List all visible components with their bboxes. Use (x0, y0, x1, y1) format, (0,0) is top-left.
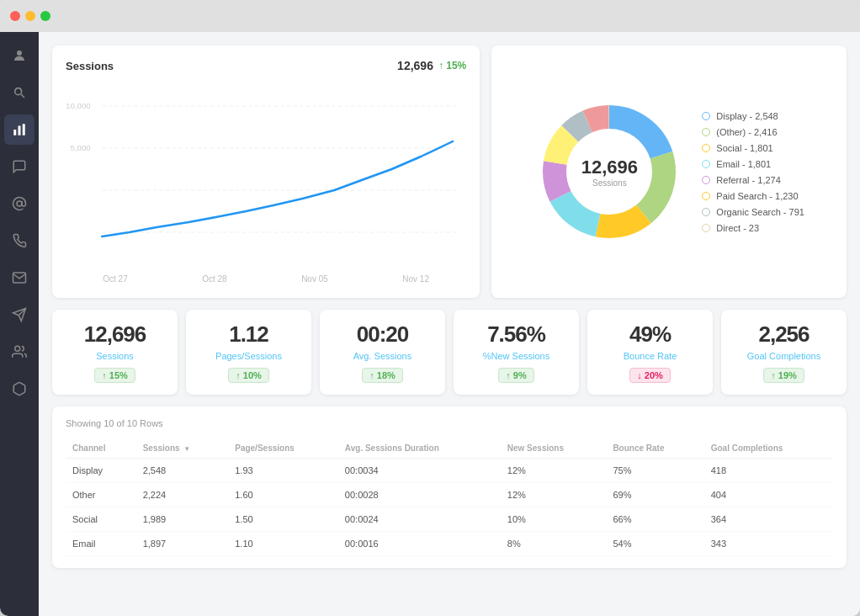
col-header-avg-duration[interactable]: Avg. Sessions Duration (338, 438, 501, 459)
legend-dot-display (702, 112, 710, 120)
legend-dot-social (702, 144, 710, 152)
legend-item-display: Display - 2,548 (702, 111, 804, 121)
col-header-bounce-rate[interactable]: Bounce Rate (606, 438, 703, 459)
cell-channel-2: Other (66, 483, 136, 507)
metric-card-avg-sessions: 00:20 Avg. Sessions ↑ 18% (320, 310, 445, 395)
donut-center: 12,696 Sessions (581, 157, 638, 188)
sessions-change: ↑ 15% (438, 60, 466, 72)
sidebar-item-chart[interactable] (4, 114, 35, 145)
x-label-3: Nov 05 (301, 274, 328, 284)
sidebar-item-chat[interactable] (4, 151, 35, 182)
svg-text:10,000: 10,000 (66, 102, 91, 110)
col-header-page-sessions[interactable]: Page/Sessions (228, 438, 338, 459)
metric-badge-new-sessions: ↑ 9% (498, 368, 534, 383)
metric-value-goals: 2,256 (758, 321, 809, 348)
donut-center-label: Sessions (581, 178, 638, 188)
sidebar-item-box[interactable] (4, 374, 35, 404)
maximize-button[interactable] (40, 11, 50, 21)
svg-text:5,000: 5,000 (70, 144, 90, 152)
legend-item-referral: Referral - 1,274 (702, 175, 804, 185)
metric-label-sessions: Sessions (96, 351, 134, 361)
svg-rect-4 (19, 126, 21, 135)
legend-item-organic-search: Organic Search - 791 (702, 207, 804, 217)
metric-label-new-sessions: %New Sessions (483, 351, 549, 361)
cell-goals-1: 418 (704, 459, 833, 483)
close-button[interactable] (10, 11, 20, 21)
metric-badge-pages: ↑ 10% (228, 368, 269, 383)
cell-channel-1: Display (66, 459, 136, 483)
cell-channel-3: Social (66, 507, 136, 532)
cell-sessions-4: 1,897 (136, 532, 229, 556)
cell-sessions-2: 2,224 (136, 483, 229, 507)
metric-label-avg-sessions: Avg. Sessions (353, 351, 412, 361)
col-header-new-sessions[interactable]: New Sessions (501, 438, 607, 459)
metric-badge-avg-sessions: ↑ 18% (362, 368, 403, 383)
legend-item-paid-search: Paid Search - 1,230 (702, 191, 804, 201)
metric-card-pages: 1.12 Pages/Sessions ↑ 10% (186, 310, 311, 395)
legend-label-organic-search: Organic Search - 791 (716, 207, 804, 217)
cell-sessions-1: 2,548 (136, 459, 229, 483)
cell-new-sessions-2: 12% (501, 483, 607, 507)
x-axis-labels: Oct 27 Oct 28 Nov 05 Nov 12 (66, 274, 466, 284)
cell-goals-3: 364 (704, 507, 833, 532)
cell-page-sessions-2: 1.60 (228, 483, 338, 507)
cell-bounce-1: 75% (606, 459, 703, 483)
sort-arrow-sessions: ▼ (183, 445, 190, 453)
x-label-2: Oct 28 (202, 274, 226, 284)
metric-card-goals: 2,256 Goal Completions ↑ 19% (721, 310, 847, 395)
legend-label-direct: Direct - 23 (716, 223, 759, 233)
legend-dot-direct (702, 224, 710, 232)
sidebar-item-search[interactable] (4, 77, 35, 108)
sidebar-item-users[interactable] (4, 337, 35, 367)
minimize-button[interactable] (25, 11, 35, 21)
col-header-sessions[interactable]: Sessions ▼ (136, 438, 229, 459)
sessions-chart-area: 10,000 5,000 Oct 27 Oct 28 Nov 05 Nov 12 (66, 81, 466, 274)
sessions-title: Sessions (66, 60, 114, 72)
cell-bounce-2: 69% (606, 483, 703, 507)
metric-label-pages: Pages/Sessions (215, 351, 282, 361)
metrics-row: 12,696 Sessions ↑ 15% 1.12 Pages/Session… (52, 310, 847, 395)
donut-legend: Display - 2,548 (Other) - 2,416 Social -… (702, 111, 804, 233)
donut-chart-card: 12,696 Sessions Display - 2,548 (Other) … (491, 45, 847, 298)
main-content: Sessions 12,696 ↑ 15% (39, 32, 860, 616)
sidebar-item-mail[interactable] (4, 263, 35, 293)
svg-line-2 (21, 94, 24, 98)
col-header-goal-completions[interactable]: Goal Completions (704, 438, 833, 459)
svg-rect-3 (13, 130, 16, 135)
sidebar-item-phone[interactable] (4, 226, 35, 256)
legend-dot-other (702, 128, 710, 136)
legend-item-direct: Direct - 23 (702, 223, 804, 233)
cell-bounce-3: 66% (606, 507, 703, 532)
legend-label-paid-search: Paid Search - 1,230 (716, 191, 798, 201)
col-header-channel[interactable]: Channel (66, 438, 136, 459)
cell-new-sessions-1: 12% (501, 459, 607, 483)
cell-sessions-3: 1,989 (136, 507, 229, 532)
metric-card-new-sessions: 7.56% %New Sessions ↑ 9% (454, 310, 579, 395)
sidebar-item-avatar[interactable] (4, 40, 35, 71)
table-header: Channel Sessions ▼ Page/Sessions Avg. Se… (66, 438, 833, 459)
legend-label-email: Email - 1,801 (716, 159, 771, 169)
legend-dot-referral (702, 176, 710, 184)
svg-point-6 (17, 201, 22, 206)
metric-card-sessions: 12,696 Sessions ↑ 15% (52, 310, 178, 395)
sidebar (0, 32, 39, 616)
metric-label-bounce: Bounce Rate (624, 351, 677, 361)
metric-value-new-sessions: 7.56% (487, 321, 545, 348)
legend-item-email: Email - 1,801 (702, 159, 804, 169)
table-row: Display 2,548 1.93 00:0034 12% 75% 418 (66, 459, 833, 483)
metric-card-bounce: 49% Bounce Rate ↓ 20% (587, 310, 713, 395)
table-subtitle: Showing 10 of 10 Rows (66, 418, 833, 428)
legend-label-social: Social - 1,801 (716, 143, 772, 153)
legend-label-display: Display - 2,548 (716, 111, 778, 121)
table-row: Email 1,897 1.10 00:0016 8% 54% 343 (66, 532, 833, 556)
metric-label-goals: Goal Completions (747, 351, 820, 361)
sidebar-item-at[interactable] (4, 189, 35, 219)
app-window: Sessions 12,696 ↑ 15% (0, 0, 860, 616)
metric-value-sessions: 12,696 (84, 321, 146, 348)
sidebar-item-send[interactable] (4, 300, 35, 330)
cell-new-sessions-3: 10% (501, 507, 607, 532)
donut-chart-wrap: 12,696 Sessions (534, 96, 685, 247)
metric-badge-sessions: ↑ 15% (94, 368, 135, 383)
data-table: Channel Sessions ▼ Page/Sessions Avg. Se… (66, 438, 833, 556)
legend-dot-paid-search (702, 192, 710, 200)
